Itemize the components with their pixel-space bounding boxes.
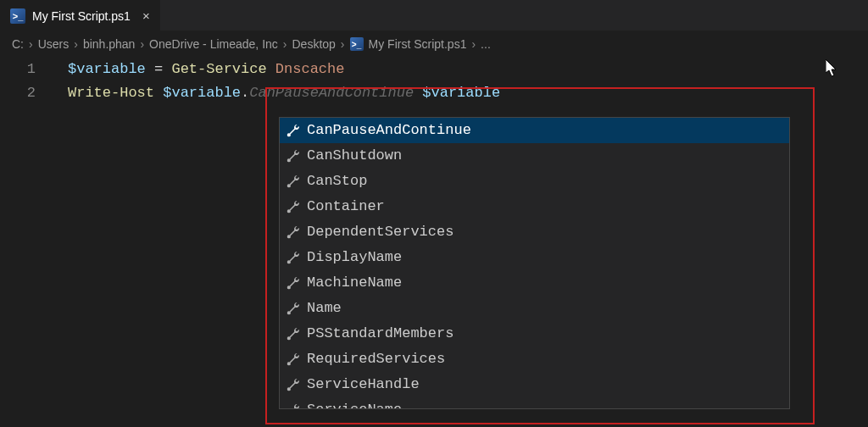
intellisense-label: MachineName	[307, 272, 402, 294]
code-line[interactable]: $variable = Get-Service Dnscache	[0, 58, 868, 81]
intellisense-label: DisplayName	[307, 247, 402, 269]
close-icon[interactable]: ×	[142, 8, 150, 23]
breadcrumb-item[interactable]: C:	[12, 37, 24, 51]
token-command: Get-Service	[171, 61, 266, 77]
breadcrumb-overflow[interactable]: ...	[481, 37, 491, 51]
powershell-icon: >_	[350, 37, 364, 51]
intellisense-item[interactable]: CanShutdown	[280, 143, 789, 169]
breadcrumb: C: › Users › binh.phan › OneDrive - Lime…	[0, 30, 868, 58]
intellisense-label: CanShutdown	[307, 145, 402, 167]
intellisense-label: RequiredServices	[307, 348, 445, 370]
intellisense-label: CanPauseAndContinue	[307, 119, 471, 141]
powershell-icon: >_	[10, 8, 25, 24]
breadcrumb-file[interactable]: My First Script.ps1	[369, 37, 467, 51]
intellisense-popup[interactable]: CanPauseAndContinueCanShutdownCanStopCon…	[279, 117, 790, 409]
intellisense-item[interactable]: Name	[280, 296, 789, 321]
intellisense-item[interactable]: ServiceHandle	[280, 372, 789, 397]
chevron-right-icon: ›	[140, 37, 144, 51]
intellisense-label: ServiceHandle	[307, 374, 420, 396]
intellisense-label: Container	[307, 196, 385, 218]
tab-bar: >_ My First Script.ps1 ×	[0, 0, 868, 30]
token-variable: $variable	[163, 85, 241, 101]
intellisense-item[interactable]: PSStandardMembers	[280, 321, 789, 347]
intellisense-item[interactable]: DisplayName	[280, 245, 789, 270]
intellisense-label: PSStandardMembers	[307, 323, 453, 345]
chevron-right-icon: ›	[29, 37, 33, 51]
intellisense-label: ServiceName	[307, 399, 402, 409]
chevron-right-icon: ›	[74, 37, 78, 51]
code-editor[interactable]: 1 2 $variable = Get-Service Dnscache Wri…	[0, 58, 868, 105]
intellisense-item[interactable]: CanPauseAndContinue	[280, 118, 789, 143]
chevron-right-icon: ›	[471, 37, 476, 51]
token-command: Write-Host	[68, 85, 154, 101]
intellisense-item[interactable]: ServiceName	[280, 397, 789, 409]
intellisense-item[interactable]: Container	[280, 194, 789, 219]
intellisense-label: Name	[307, 297, 342, 319]
tab-filename: My First Script.ps1	[32, 9, 131, 23]
chevron-right-icon: ›	[283, 37, 287, 51]
chevron-right-icon: ›	[341, 37, 345, 51]
intellisense-item[interactable]: RequiredServices	[280, 347, 789, 372]
intellisense-item[interactable]: DependentServices	[280, 219, 789, 245]
breadcrumb-item[interactable]: Users	[38, 37, 70, 51]
intellisense-item[interactable]: CanStop	[280, 169, 789, 194]
breadcrumb-item[interactable]: OneDrive - Limeade, Inc	[149, 37, 278, 51]
intellisense-label: DependentServices	[307, 221, 453, 243]
code-line[interactable]: Write-Host $variable.CanPauseAndContinue…	[0, 81, 868, 105]
token-operator: =	[146, 61, 172, 77]
token-argument: Dnscache	[275, 61, 345, 77]
file-tab[interactable]: >_ My First Script.ps1 ×	[0, 0, 160, 30]
token-variable: $variable	[68, 61, 146, 77]
intellisense-item[interactable]: MachineName	[280, 270, 789, 296]
token-variable: $variable	[422, 85, 500, 101]
breadcrumb-item[interactable]: Desktop	[292, 37, 336, 51]
mouse-cursor-icon	[826, 59, 839, 82]
token-ghost-hint: CanPauseAndContinue	[249, 85, 414, 101]
token-dot: .	[241, 85, 249, 101]
breadcrumb-item[interactable]: binh.phan	[83, 37, 136, 51]
intellisense-label: CanStop	[307, 170, 367, 192]
